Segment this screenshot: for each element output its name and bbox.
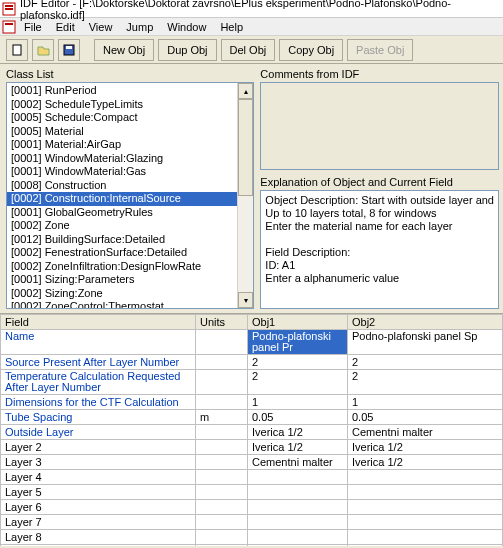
cell-obj2[interactable]: Iverica 1/2 — [348, 455, 503, 470]
cell-units[interactable] — [196, 440, 248, 455]
cell-obj1[interactable]: Cementni malter — [248, 455, 348, 470]
list-item[interactable]: [0002] Zone — [7, 219, 237, 233]
cell-obj2[interactable]: Podno-plafonski panel Sp — [348, 330, 503, 355]
del-obj-button[interactable]: Del Obj — [221, 39, 276, 61]
cell-obj2[interactable]: 2 — [348, 355, 503, 370]
cell-field[interactable]: Layer 2 — [1, 440, 196, 455]
cell-units[interactable] — [196, 355, 248, 370]
cell-field[interactable]: Source Present After Layer Number — [1, 355, 196, 370]
menu-file[interactable]: File — [18, 20, 48, 34]
dup-obj-button[interactable]: Dup Obj — [158, 39, 216, 61]
list-item[interactable]: [0002] ZoneInfiltration:DesignFlowRate — [7, 260, 237, 274]
cell-obj1[interactable]: Podno-plafonski panel Pr — [248, 330, 348, 355]
comments-box[interactable] — [260, 82, 499, 170]
cell-obj1[interactable]: 2 — [248, 355, 348, 370]
open-file-icon[interactable] — [32, 39, 54, 61]
cell-obj1[interactable]: 0.05 — [248, 410, 348, 425]
cell-units[interactable] — [196, 470, 248, 485]
cell-units[interactable] — [196, 425, 248, 440]
list-item[interactable]: [0002] ScheduleTypeLimits — [7, 98, 237, 112]
col-obj1[interactable]: Obj1 — [248, 315, 348, 330]
cell-obj1[interactable] — [248, 485, 348, 500]
cell-obj1[interactable]: 1 — [248, 395, 348, 410]
cell-field[interactable]: Dimensions for the CTF Calculation — [1, 395, 196, 410]
cell-units[interactable] — [196, 395, 248, 410]
cell-obj1[interactable] — [248, 545, 348, 547]
table-row: Layer 2Iverica 1/2Iverica 1/2 — [1, 440, 503, 455]
cell-field[interactable]: Layer 5 — [1, 485, 196, 500]
cell-field[interactable]: Layer 4 — [1, 470, 196, 485]
cell-field[interactable]: Layer 9 — [1, 545, 196, 547]
class-list[interactable]: [0001] RunPeriod[0002] ScheduleTypeLimit… — [6, 82, 254, 309]
list-item[interactable]: [0002] Sizing:Zone — [7, 287, 237, 301]
cell-units[interactable] — [196, 530, 248, 545]
cell-units[interactable] — [196, 500, 248, 515]
list-item[interactable]: [0002] Construction:InternalSource — [7, 192, 237, 206]
menu-edit[interactable]: Edit — [50, 20, 81, 34]
list-item[interactable]: [0001] Sizing:Parameters — [7, 273, 237, 287]
cell-units[interactable] — [196, 370, 248, 395]
field-grid[interactable]: Field Units Obj1 Obj2 NamePodno-plafonsk… — [0, 314, 503, 546]
menu-bar: File Edit View Jump Window Help — [0, 18, 503, 36]
cell-obj2[interactable]: Iverica 1/2 — [348, 440, 503, 455]
cell-obj2[interactable] — [348, 530, 503, 545]
cell-units[interactable] — [196, 330, 248, 355]
cell-units[interactable] — [196, 545, 248, 547]
cell-obj2[interactable]: 0.05 — [348, 410, 503, 425]
list-item[interactable]: [0005] Schedule:Compact — [7, 111, 237, 125]
cell-obj1[interactable]: 2 — [248, 370, 348, 395]
cell-obj1[interactable] — [248, 500, 348, 515]
mdi-icon[interactable] — [2, 20, 16, 34]
copy-obj-button[interactable]: Copy Obj — [279, 39, 343, 61]
cell-obj1[interactable]: Iverica 1/2 — [248, 425, 348, 440]
cell-field[interactable]: Outside Layer — [1, 425, 196, 440]
save-file-icon[interactable] — [58, 39, 80, 61]
cell-units[interactable] — [196, 515, 248, 530]
list-item[interactable]: [0001] Material:AirGap — [7, 138, 237, 152]
list-item[interactable]: [0001] WindowMaterial:Glazing — [7, 152, 237, 166]
cell-obj1[interactable] — [248, 470, 348, 485]
cell-obj2[interactable] — [348, 545, 503, 547]
cell-units[interactable]: m — [196, 410, 248, 425]
col-field[interactable]: Field — [1, 315, 196, 330]
menu-help[interactable]: Help — [214, 20, 249, 34]
cell-obj1[interactable]: Iverica 1/2 — [248, 440, 348, 455]
cell-obj2[interactable] — [348, 470, 503, 485]
col-units[interactable]: Units — [196, 315, 248, 330]
cell-field[interactable]: Layer 7 — [1, 515, 196, 530]
cell-field[interactable]: Name — [1, 330, 196, 355]
new-obj-button[interactable]: New Obj — [94, 39, 154, 61]
menu-jump[interactable]: Jump — [120, 20, 159, 34]
cell-units[interactable] — [196, 485, 248, 500]
cell-field[interactable]: Tube Spacing — [1, 410, 196, 425]
list-item[interactable]: [0001] WindowMaterial:Gas — [7, 165, 237, 179]
scroll-thumb[interactable] — [238, 99, 253, 196]
list-item[interactable]: [0005] Material — [7, 125, 237, 139]
list-item[interactable]: [0001] RunPeriod — [7, 84, 237, 98]
cell-units[interactable] — [196, 455, 248, 470]
cell-field[interactable]: Temperature Calculation Requested After … — [1, 370, 196, 395]
cell-field[interactable]: Layer 6 — [1, 500, 196, 515]
cell-field[interactable]: Layer 8 — [1, 530, 196, 545]
list-item[interactable]: [0008] Construction — [7, 179, 237, 193]
scroll-up-icon[interactable]: ▴ — [238, 83, 253, 99]
cell-field[interactable]: Layer 3 — [1, 455, 196, 470]
class-list-scrollbar[interactable]: ▴ ▾ — [237, 83, 253, 308]
cell-obj2[interactable]: 1 — [348, 395, 503, 410]
cell-obj2[interactable] — [348, 500, 503, 515]
cell-obj2[interactable]: 2 — [348, 370, 503, 395]
col-obj2[interactable]: Obj2 — [348, 315, 503, 330]
list-item[interactable]: [0012] BuildingSurface:Detailed — [7, 233, 237, 247]
cell-obj1[interactable] — [248, 530, 348, 545]
menu-window[interactable]: Window — [161, 20, 212, 34]
cell-obj1[interactable] — [248, 515, 348, 530]
list-item[interactable]: [0002] ZoneControl:Thermostat — [7, 300, 237, 308]
list-item[interactable]: [0001] GlobalGeometryRules — [7, 206, 237, 220]
cell-obj2[interactable]: Cementni malter — [348, 425, 503, 440]
list-item[interactable]: [0002] FenestrationSurface:Detailed — [7, 246, 237, 260]
scroll-down-icon[interactable]: ▾ — [238, 292, 253, 308]
new-file-icon[interactable] — [6, 39, 28, 61]
cell-obj2[interactable] — [348, 515, 503, 530]
cell-obj2[interactable] — [348, 485, 503, 500]
menu-view[interactable]: View — [83, 20, 119, 34]
